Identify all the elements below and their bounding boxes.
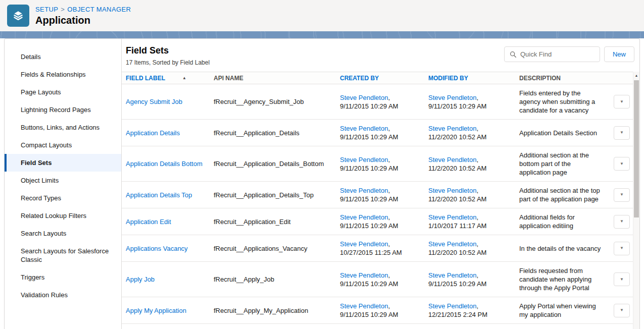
api-name-cell: fRecruit__Agency_Submit_Job: [214, 84, 340, 120]
table-row: Application Edit fRecruit__Application_E…: [122, 208, 633, 235]
row-actions-button[interactable]: ▼: [614, 242, 630, 255]
decorative-band: [0, 31, 644, 38]
chevron-down-icon: ▼: [620, 278, 624, 282]
sidebar-item-related-lookup-filters[interactable]: Related Lookup Filters: [5, 207, 121, 225]
created-by-link[interactable]: Steve Pendleton: [340, 125, 388, 132]
modified-by-link[interactable]: Steve Pendleton: [428, 302, 476, 310]
sidebar-item-search-layouts[interactable]: Search Layouts: [5, 225, 121, 242]
row-actions-button[interactable]: ▼: [614, 272, 630, 286]
column-header-description: DESCRIPTION: [519, 72, 609, 84]
table-row: Apply Job fRecruit__Apply_Job Steve Pend…: [122, 262, 633, 297]
chevron-down-icon: ▼: [620, 100, 624, 104]
chevron-down-icon: ▼: [620, 220, 624, 224]
created-by-link[interactable]: Steve Pendleton: [340, 240, 388, 248]
modified-by-link[interactable]: Steve Pendleton: [428, 94, 476, 101]
api-name-cell: fRecruit__Application_Edit: [214, 208, 340, 235]
row-actions-button[interactable]: ▼: [614, 215, 630, 229]
modified-by-link[interactable]: Steve Pendleton: [428, 156, 476, 163]
created-by-link[interactable]: Steve Pendleton: [340, 94, 388, 101]
breadcrumb-separator: >: [61, 6, 65, 13]
sidebar-item-field-sets[interactable]: Field Sets: [5, 154, 121, 172]
vertical-scrollbar[interactable]: ▲: [633, 72, 639, 329]
scrollbar-up-icon[interactable]: ▲: [633, 72, 639, 79]
breadcrumb-object-manager-link[interactable]: OBJECT MANAGER: [67, 6, 131, 13]
row-actions-button[interactable]: ▼: [614, 304, 630, 317]
description-cell: Apply Portal when viewing my application: [519, 297, 609, 324]
row-actions-button[interactable]: ▼: [614, 188, 630, 202]
created-date: 10/27/2015 11:25 AM: [340, 248, 422, 257]
created-date: 9/11/2015 10:29 AM: [340, 222, 422, 230]
sidebar-item-fields-relationships[interactable]: Fields & Relationships: [5, 66, 121, 83]
created-by-link[interactable]: Steve Pendleton: [340, 271, 388, 279]
row-actions-button[interactable]: ▼: [614, 95, 630, 108]
column-header-created-by[interactable]: CREATED BY: [340, 72, 428, 84]
field-label-link[interactable]: Agency Submit Job: [126, 98, 182, 105]
object-manager-icon: [7, 5, 29, 27]
page-title: Application: [35, 15, 131, 26]
modified-date: 9/11/2015 10:29 AM: [428, 280, 513, 288]
chevron-down-icon: ▼: [620, 131, 624, 135]
scrollbar-thumb[interactable]: [634, 80, 639, 217]
field-label-link[interactable]: Application Edit: [126, 218, 171, 226]
modified-by-link[interactable]: Steve Pendleton: [428, 125, 476, 132]
description-cell: In the details of the vacancy: [519, 235, 609, 262]
created-by-cell: Steve Pendleton, 9/11/2015 10:29 AM: [340, 120, 428, 146]
modified-by-link[interactable]: Steve Pendleton: [428, 187, 476, 194]
field-label-link[interactable]: Apply Job: [126, 276, 155, 283]
field-label-link[interactable]: Application Details Bottom: [126, 160, 203, 168]
created-by-link[interactable]: Steve Pendleton: [340, 213, 388, 221]
chevron-down-icon: ▼: [620, 308, 624, 312]
canvas: DetailsFields & RelationshipsPage Layout…: [0, 38, 644, 329]
setup-header: SETUP>OBJECT MANAGER Application: [0, 0, 644, 31]
chevron-down-icon: ▼: [620, 162, 624, 166]
quick-find-input[interactable]: [520, 50, 595, 58]
modified-by-link[interactable]: Steve Pendleton: [428, 240, 476, 248]
api-name-cell: fRecruit__Apply_Job: [214, 262, 340, 297]
sidebar-item-triggers[interactable]: Triggers: [5, 268, 121, 286]
sidebar-item-buttons-links-and-actions[interactable]: Buttons, Links, and Actions: [5, 119, 121, 136]
created-by-cell: Steve Pendleton, 9/11/2015 10:29 AM: [340, 146, 428, 182]
content: Field Sets 17 Items, Sorted by Field Lab…: [122, 39, 639, 329]
column-header-actions: [609, 72, 633, 84]
sidebar-item-page-layouts[interactable]: Page Layouts: [5, 83, 121, 101]
column-header-field-label[interactable]: FIELD LABEL▲: [122, 72, 214, 84]
field-label-link[interactable]: Applications Vacancy: [126, 245, 188, 252]
field-sets-table: FIELD LABEL▲ API NAME CREATED BY MODIFIE…: [122, 72, 633, 324]
api-name-cell: fRecruit__Application_Details_Top: [214, 182, 340, 208]
modified-by-cell: Steve Pendleton, 11/2/2020 10:52 AM: [428, 120, 519, 146]
created-by-link[interactable]: Steve Pendleton: [340, 302, 388, 310]
table-row: Agency Submit Job fRecruit__Agency_Submi…: [122, 84, 633, 120]
sidebar-item-details[interactable]: Details: [5, 48, 121, 66]
description-cell: Additional fields for application editii…: [519, 208, 609, 235]
sidebar-item-compact-layouts[interactable]: Compact Layouts: [5, 136, 121, 154]
chevron-down-icon: ▼: [620, 193, 624, 197]
modified-by-link[interactable]: Steve Pendleton: [428, 271, 476, 279]
row-actions-button[interactable]: ▼: [614, 157, 630, 171]
quick-find-search[interactable]: [504, 46, 600, 62]
sidebar-item-object-limits[interactable]: Object Limits: [5, 172, 121, 189]
sidebar-item-search-layouts-for-salesforce-classic[interactable]: Search Layouts for Salesforce Classic: [5, 242, 121, 268]
modified-by-link[interactable]: Steve Pendleton: [428, 213, 476, 221]
sidebar-item-validation-rules[interactable]: Validation Rules: [5, 286, 121, 304]
field-label-link[interactable]: Application Details: [126, 129, 180, 137]
created-date: 9/11/2015 10:29 AM: [340, 133, 422, 141]
new-button[interactable]: New: [604, 46, 634, 62]
created-by-cell: Steve Pendleton, 9/11/2015 10:29 AM: [340, 297, 428, 324]
sidebar-item-record-types[interactable]: Record Types: [5, 189, 121, 207]
object-manager-card: DetailsFields & RelationshipsPage Layout…: [4, 38, 640, 329]
api-name-cell: fRecruit__Application_Details: [214, 120, 340, 146]
description-cell: Application Details Section: [519, 120, 609, 146]
content-header: Field Sets 17 Items, Sorted by Field Lab…: [122, 39, 639, 72]
field-label-link[interactable]: Application Details Top: [126, 191, 192, 199]
table-row: Application Details Bottom fRecruit__App…: [122, 146, 633, 182]
modified-by-cell: Steve Pendleton, 12/21/2015 2:24 PM: [428, 297, 519, 324]
field-label-link[interactable]: Apply My Application: [126, 307, 186, 314]
created-by-link[interactable]: Steve Pendleton: [340, 187, 388, 194]
sidebar-item-lightning-record-pages[interactable]: Lightning Record Pages: [5, 101, 121, 119]
row-actions-button[interactable]: ▼: [614, 126, 630, 140]
created-by-link[interactable]: Steve Pendleton: [340, 156, 388, 163]
column-header-modified-by[interactable]: MODIFIED BY: [428, 72, 519, 84]
created-date: 9/11/2015 10:29 AM: [340, 280, 422, 288]
breadcrumb-setup-link[interactable]: SETUP: [35, 6, 58, 13]
table-row: Apply My Application fRecruit__Apply_My_…: [122, 297, 633, 324]
